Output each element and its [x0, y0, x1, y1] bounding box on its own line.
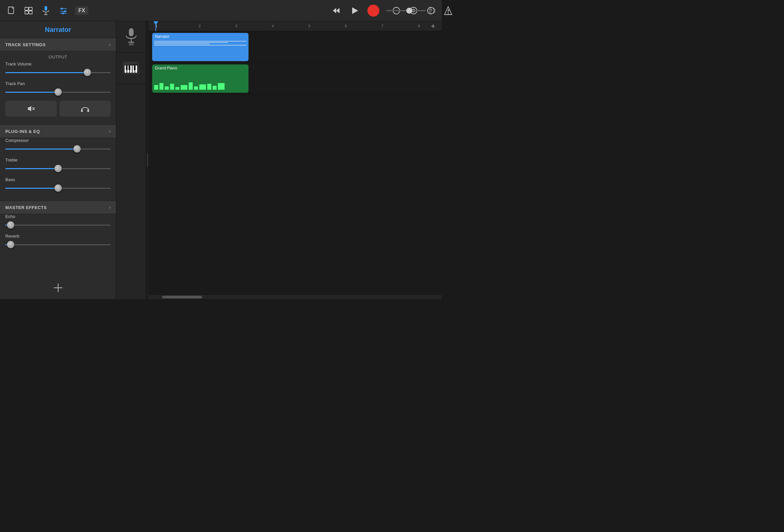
- slider-background: [5, 244, 111, 245]
- bass-label: Bass: [5, 177, 111, 182]
- plugins-eq-header[interactable]: PLUG-INS & EQ ›: [0, 124, 116, 138]
- echo-label: Echo: [5, 214, 111, 219]
- slider-fill: [5, 148, 77, 149]
- piano-note: [154, 85, 158, 90]
- tracks-divider[interactable]: [146, 21, 149, 299]
- new-doc-icon: [7, 6, 16, 15]
- headphones-button[interactable]: [59, 101, 111, 117]
- mixer-icon: [58, 6, 68, 15]
- piano-note: [199, 84, 206, 90]
- compressor-label: Compressor: [5, 138, 111, 143]
- ruler-mark-7: 7: [381, 24, 383, 28]
- piano-roll-pattern: [152, 72, 249, 91]
- piano-note: [218, 83, 225, 90]
- microphone-button[interactable]: [40, 4, 52, 17]
- track-volume-label: Track Volume: [5, 61, 111, 66]
- piano-note: [165, 86, 169, 90]
- svg-point-14: [62, 12, 64, 14]
- slider-thumb[interactable]: [84, 69, 91, 76]
- bass-row: Bass: [5, 177, 111, 192]
- slider-fill: [5, 92, 58, 93]
- piano-clip[interactable]: Grand Piano: [152, 64, 249, 93]
- main-content: Narrator TRACK SETTINGS › OUTPUT Track V…: [0, 21, 442, 299]
- fx-badge[interactable]: FX: [75, 6, 88, 15]
- narrator-clip[interactable]: Narrator: [152, 33, 249, 61]
- slider-thumb[interactable]: [74, 145, 81, 152]
- svg-rect-45: [129, 65, 130, 70]
- track-settings-header[interactable]: TRACK SETTINGS ›: [0, 38, 116, 51]
- rewind-icon: [332, 6, 341, 15]
- ruler-mark-4: 4: [272, 24, 274, 28]
- plugins-eq-label: PLUG-INS & EQ: [5, 129, 40, 134]
- track-pan-label: Track Pan: [5, 81, 111, 86]
- track-pan-slider[interactable]: [5, 88, 111, 96]
- slider-thumb[interactable]: [54, 165, 62, 172]
- svg-marker-17: [352, 7, 358, 14]
- piano-track-row: Grand Piano: [149, 63, 442, 94]
- piano-note: [170, 84, 174, 90]
- new-doc-button[interactable]: [5, 5, 17, 17]
- slider-thumb[interactable]: [54, 88, 62, 96]
- waveform-line: [154, 45, 247, 46]
- compressor-slider[interactable]: [5, 145, 111, 153]
- track-name: Narrator: [0, 21, 116, 38]
- bass-slider[interactable]: [5, 184, 111, 192]
- mute-button[interactable]: [5, 101, 57, 117]
- add-section-button[interactable]: +: [431, 22, 435, 31]
- master-effects-chevron: ›: [109, 204, 111, 211]
- headphones-icon: [81, 105, 89, 113]
- volume-slider[interactable]: [386, 10, 426, 11]
- echo-slider[interactable]: [5, 221, 111, 229]
- reverb-label: Reverb: [5, 233, 111, 239]
- action-buttons: [5, 101, 111, 117]
- svg-rect-44: [126, 65, 128, 70]
- track-settings-label: TRACK SETTINGS: [5, 42, 46, 47]
- bottom-scrollbar: [149, 295, 442, 299]
- svg-rect-1: [12, 7, 13, 8]
- piano-clip-title: Grand Piano: [152, 64, 249, 72]
- add-track-button[interactable]: [0, 277, 116, 299]
- play-button[interactable]: [349, 5, 361, 17]
- svg-rect-5: [29, 11, 32, 14]
- reverb-slider[interactable]: [5, 241, 111, 249]
- multitrack-icon: [24, 6, 33, 15]
- svg-rect-31: [87, 109, 89, 112]
- track-pan-row: Track Pan: [5, 81, 111, 96]
- scroll-thumb[interactable]: [162, 296, 202, 299]
- svg-marker-16: [336, 8, 339, 13]
- slider-thumb[interactable]: [7, 241, 14, 248]
- master-effects-label: MASTER EFFECTS: [5, 205, 47, 210]
- playhead-line: [156, 21, 156, 31]
- piano-note: [189, 82, 193, 90]
- narrator-track-row: Narrator: [149, 31, 442, 63]
- track-settings-chevron: ›: [109, 41, 111, 48]
- piano-note: [213, 86, 217, 90]
- ruler-mark-6: 6: [345, 24, 347, 28]
- rewind-button[interactable]: [330, 5, 342, 17]
- piano-track-header[interactable]: [116, 53, 146, 84]
- treble-slider[interactable]: [5, 165, 111, 172]
- svg-rect-6: [45, 6, 47, 11]
- mixer-button[interactable]: [57, 5, 70, 17]
- play-icon: [350, 6, 359, 15]
- multitrack-button[interactable]: [23, 5, 34, 17]
- svg-point-12: [64, 10, 66, 12]
- piano-icon: [122, 59, 140, 78]
- left-panel: Narrator TRACK SETTINGS › OUTPUT Track V…: [0, 21, 116, 299]
- ruler-mark-8: 8: [418, 24, 420, 28]
- waveform-line: [154, 41, 247, 41]
- right-panel: 1 2 3 4 5 6 7 8 +: [116, 21, 442, 299]
- svg-rect-46: [134, 65, 136, 70]
- divider-line: [147, 153, 148, 167]
- track-volume-slider[interactable]: [5, 68, 111, 77]
- narrator-mic-icon: [123, 27, 140, 47]
- svg-marker-15: [333, 8, 336, 13]
- playhead-triangle: [153, 21, 158, 25]
- master-effects-header[interactable]: MASTER EFFECTS ›: [0, 201, 116, 214]
- slider-thumb[interactable]: [7, 221, 14, 229]
- record-button[interactable]: [367, 5, 380, 17]
- narrator-track-header[interactable]: [116, 21, 146, 53]
- svg-rect-3: [29, 7, 32, 10]
- slider-thumb[interactable]: [54, 185, 62, 192]
- svg-point-10: [61, 8, 63, 10]
